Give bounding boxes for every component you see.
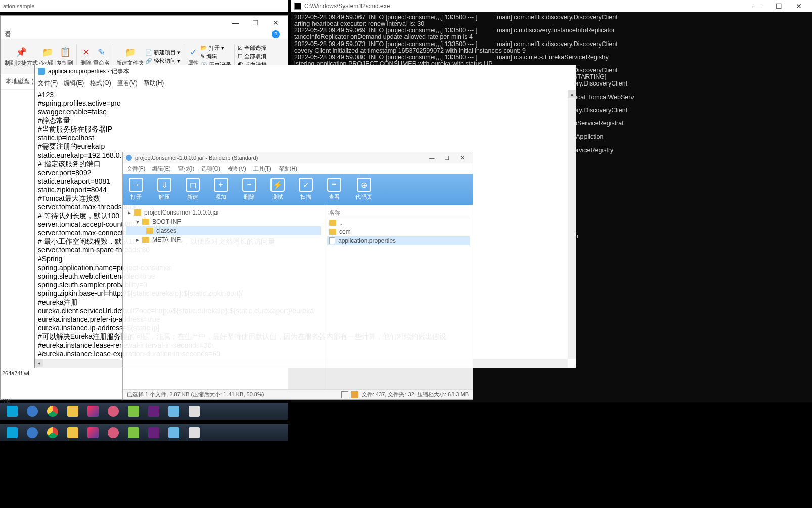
taskbar-chrome[interactable] xyxy=(43,404,62,418)
tool-extract[interactable]: ⇩解压 xyxy=(157,178,171,201)
delete-button[interactable]: ✕ 删除 xyxy=(80,46,92,67)
taskbar-app1[interactable] xyxy=(104,426,122,440)
taskbar-instance-1[interactable] xyxy=(0,403,288,420)
menu-view[interactable]: 查看(V) xyxy=(117,79,138,88)
bandizip-body: ▸projectConsumer-1.0.0.0.jar ▾BOOT-INF c… xyxy=(123,205,473,389)
taskbar-intellij[interactable] xyxy=(84,404,102,418)
start-button[interactable] xyxy=(3,426,21,440)
properties-button[interactable]: ✓ 属性 xyxy=(187,46,199,67)
taskbar-app4[interactable] xyxy=(185,404,203,418)
taskbar-chrome[interactable] xyxy=(43,426,62,440)
menu-tools[interactable]: 工具(T) xyxy=(253,165,272,173)
notepad-menubar: 文件(F) 编辑(E) 格式(O) 查看(V) 帮助(H) xyxy=(35,77,576,89)
tree-bootinf[interactable]: ▾BOOT-INF xyxy=(126,217,321,226)
tool-scan[interactable]: ✓扫描 xyxy=(299,178,313,201)
menu-view[interactable]: 视图(V) xyxy=(228,165,246,173)
notepad-titlebar[interactable]: application.properties - 记事本 xyxy=(35,65,576,77)
menu-help[interactable]: 帮助(H) xyxy=(144,79,164,88)
file-icon xyxy=(329,237,335,244)
tool-delete[interactable]: −删除 xyxy=(242,178,256,201)
close-button[interactable]: ✕ xyxy=(455,153,470,162)
tool-open[interactable]: →打开 xyxy=(129,178,143,201)
close-button[interactable]: ✕ xyxy=(789,0,809,12)
list-item-up[interactable]: .. xyxy=(327,218,470,227)
list-item-appprops[interactable]: application.properties xyxy=(327,236,470,245)
help-icon[interactable]: ? xyxy=(272,30,280,38)
edit-button[interactable]: ✎ 编辑 xyxy=(200,53,231,60)
tool-codepage[interactable]: ⊕代码页 xyxy=(355,178,372,201)
vs-icon xyxy=(148,427,159,438)
moveto-button[interactable]: 📁 移动到 xyxy=(39,46,56,67)
selectall-button[interactable]: ☑ 全部选择 xyxy=(238,44,267,52)
label: 编辑 xyxy=(206,53,217,59)
tree-root[interactable]: ▸projectConsumer-1.0.0.0.jar xyxy=(126,208,321,217)
scroll-left-icon[interactable]: ◂ xyxy=(35,359,43,367)
selectnone-button[interactable]: ☐ 全部取消 xyxy=(238,53,267,60)
list-item-com[interactable]: com xyxy=(327,227,470,236)
minimize-button[interactable]: — xyxy=(748,0,769,12)
taskbar-app3[interactable] xyxy=(165,404,183,418)
rename-button[interactable]: ✎ 重命名 xyxy=(93,46,110,67)
open-button[interactable]: 📂 打开 ▾ xyxy=(200,44,231,52)
cmd-titlebar[interactable]: C:\Windows\System32\cmd.exe — ☐ ✕ xyxy=(291,0,812,12)
bandizip-titlebar[interactable]: projectConsumer-1.0.0.0.jar - Bandizip (… xyxy=(123,152,473,163)
edge-icon xyxy=(27,427,38,438)
taskbar-edge[interactable] xyxy=(23,404,41,418)
view-list-icon[interactable] xyxy=(341,391,348,398)
taskbar-app2[interactable] xyxy=(124,404,143,418)
tree-metainf[interactable]: ▸META-INF xyxy=(126,235,321,244)
menu-edit[interactable]: 编辑(E) xyxy=(64,79,84,88)
easyaccess-button[interactable]: 🔗 轻松访问 ▾ xyxy=(145,57,181,65)
tool-view[interactable]: ≡查看 xyxy=(327,178,341,201)
maximize-button[interactable]: ☐ xyxy=(439,153,455,162)
scroll-up-icon[interactable]: ▴ xyxy=(568,90,576,98)
close-button[interactable]: ✕ xyxy=(265,17,286,29)
newitem-button[interactable]: 📄 新建项目 ▾ xyxy=(145,49,181,56)
menu-edit[interactable]: 编辑(E) xyxy=(152,165,171,173)
explorer-titlebar[interactable]: — ☐ ✕ xyxy=(1,16,288,30)
taskbar-vs[interactable] xyxy=(145,426,163,440)
maximize-button[interactable]: ☐ xyxy=(245,17,265,29)
scrollbar-vertical[interactable]: ▴ xyxy=(568,90,576,359)
taskbar-files[interactable] xyxy=(64,404,82,418)
copyto-button[interactable]: 📋 复制到 xyxy=(57,46,73,67)
taskbar-edge[interactable] xyxy=(23,426,41,440)
menu-find[interactable]: 查找(I) xyxy=(178,165,194,173)
taskbar-instance-2[interactable] xyxy=(0,424,288,441)
taskbar-app4[interactable] xyxy=(185,426,203,440)
menu-file[interactable]: 文件(F) xyxy=(38,79,58,88)
menu-options[interactable]: 选项(O) xyxy=(201,165,220,173)
taskbar-app1[interactable] xyxy=(104,404,122,418)
view-icons-icon[interactable] xyxy=(351,391,358,398)
minimize-button[interactable]: — xyxy=(225,17,245,29)
taskbar-files[interactable] xyxy=(64,426,82,440)
notepad-icon xyxy=(38,68,45,75)
chrome-icon xyxy=(47,427,58,438)
tool-new[interactable]: ◻新建 xyxy=(186,178,200,201)
taskbar-vs[interactable] xyxy=(145,404,163,418)
archive-tree[interactable]: ▸projectConsumer-1.0.0.0.jar ▾BOOT-INF c… xyxy=(123,205,324,389)
minimize-button[interactable]: — xyxy=(424,153,439,162)
taskbar-intellij[interactable] xyxy=(84,426,102,440)
folder-icon xyxy=(142,219,149,225)
title-text: ation sample xyxy=(3,3,34,9)
taskbar-app2[interactable] xyxy=(124,426,143,440)
list-header-name[interactable]: 名称 xyxy=(327,208,470,218)
menu-help[interactable]: 帮助(H) xyxy=(279,165,297,173)
start-button[interactable] xyxy=(3,404,21,418)
menu-file[interactable]: 文件(F) xyxy=(127,165,145,173)
pin-button[interactable]: 📌 制到快捷方式 xyxy=(5,46,38,67)
bandizip-window: projectConsumer-1.0.0.0.jar - Bandizip (… xyxy=(122,152,473,400)
folder-icon xyxy=(329,220,336,226)
add-icon: + xyxy=(214,178,228,192)
taskbar-app3[interactable] xyxy=(165,426,183,440)
tool-add[interactable]: +添加 xyxy=(214,178,228,201)
tree-classes[interactable]: classes xyxy=(126,226,321,235)
maximize-button[interactable]: ☐ xyxy=(769,0,789,12)
menu-format[interactable]: 格式(O) xyxy=(90,79,111,88)
newfolder-button[interactable]: 📁 新建文件夹 xyxy=(116,46,144,67)
tool-test[interactable]: ⚡测试 xyxy=(270,178,285,201)
status-right: 文件: 437, 文件夹: 32, 压缩档大小: 68.3 MB xyxy=(362,391,469,398)
ribbon-tab[interactable]: 看 xyxy=(5,30,11,39)
archive-list[interactable]: 名称 .. com application.properties xyxy=(324,205,473,389)
